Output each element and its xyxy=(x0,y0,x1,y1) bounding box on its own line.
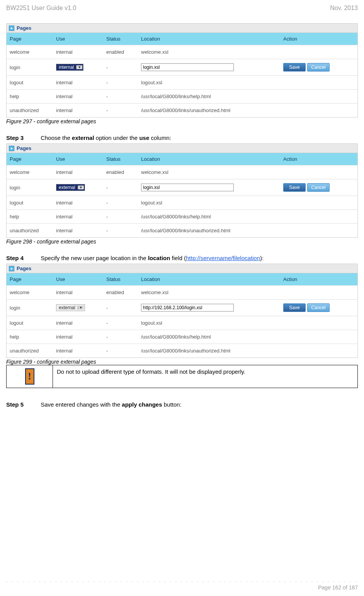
cell-page: welcome xyxy=(7,286,53,299)
figure-caption: Figure 297 - configure external pages xyxy=(6,118,358,124)
cell-page: unauthorized xyxy=(7,104,53,117)
cancel-button[interactable]: Cancel xyxy=(307,303,330,312)
use-select[interactable]: external▼ xyxy=(56,304,85,311)
cell-use: internal xyxy=(53,344,103,358)
figure-caption: Figure 299 - configure external pages xyxy=(6,359,358,365)
cell-status: - xyxy=(103,330,138,344)
step-label: Step 4 xyxy=(6,255,24,261)
location-input[interactable] xyxy=(141,63,234,71)
cell-location: /usr/local/G8000/links/help.html xyxy=(138,210,280,223)
col-header-page: Page xyxy=(7,273,53,285)
cell-page: help xyxy=(7,330,53,344)
cell-location xyxy=(138,179,280,196)
cell-page: login xyxy=(7,300,53,316)
chevron-down-icon[interactable]: ▼ xyxy=(78,186,84,189)
cell-location: /usr/local/G8000/links/unauthorized.html xyxy=(138,344,280,358)
cell-action xyxy=(280,165,357,179)
cell-action xyxy=(280,344,357,358)
col-header-status: Status xyxy=(103,153,138,165)
cell-use: internal xyxy=(53,76,103,89)
col-header-use: Use xyxy=(53,273,103,285)
cell-page: logout xyxy=(7,76,53,89)
col-header-action: Action xyxy=(280,153,357,165)
cell-location: /usr/local/G8000/links/unauthorized.html xyxy=(138,224,280,237)
use-select-value: external xyxy=(59,305,75,310)
pages-panel-fig299: ▸ Pages Page Use Status Location Action … xyxy=(6,264,358,358)
cell-status: enabled xyxy=(103,165,138,179)
step-text: Save entered changes with the apply chan… xyxy=(41,401,181,408)
panel-title: Pages xyxy=(17,266,31,271)
cell-location: /usr/local/G8000/links/help.html xyxy=(138,330,280,344)
cell-action xyxy=(280,104,357,117)
column-header-row: Page Use Status Location Action xyxy=(7,33,357,45)
table-row: unauthorizedinternal-/usr/local/G8000/li… xyxy=(7,223,357,237)
pages-panel-fig297: ▸ Pages Page Use Status Location Action … xyxy=(6,23,358,117)
cell-location: welcome.xsl xyxy=(138,165,280,179)
cancel-button[interactable]: Cancel xyxy=(307,63,330,72)
cell-page: help xyxy=(7,210,53,223)
cell-page: logout xyxy=(7,316,53,330)
cell-action: SaveCancel xyxy=(280,179,357,196)
cell-action: SaveCancel xyxy=(280,59,357,75)
cell-status: - xyxy=(103,196,138,209)
arrow-right-icon: ▸ xyxy=(9,146,14,151)
cell-page: unauthorized xyxy=(7,224,53,237)
cell-status: enabled xyxy=(103,45,138,59)
cell-status: - xyxy=(103,76,138,89)
doc-title: BW2251 User Guide v1.0 xyxy=(6,5,76,12)
col-header-action: Action xyxy=(280,33,357,45)
cell-location xyxy=(138,59,280,75)
col-header-action: Action xyxy=(280,273,357,285)
cell-status: - xyxy=(103,316,138,330)
save-button[interactable]: Save xyxy=(283,303,306,312)
use-select[interactable]: internal▼ xyxy=(56,64,83,71)
save-button[interactable]: Save xyxy=(283,183,306,192)
chevron-down-icon[interactable]: ▼ xyxy=(76,65,82,69)
col-header-location: Location xyxy=(138,273,280,285)
doc-header: BW2251 User Guide v1.0 Nov. 2013 xyxy=(6,5,358,12)
table-row: helpinternal-/usr/local/G8000/links/help… xyxy=(7,209,357,223)
cell-use: internal xyxy=(53,316,103,330)
cell-action xyxy=(280,45,357,59)
table-row: loginexternal▼-SaveCancel xyxy=(7,299,357,316)
column-header-row: Page Use Status Location Action xyxy=(7,153,357,165)
cell-status: - xyxy=(103,104,138,117)
table-row: logoutinternal-logout.xsl xyxy=(7,316,357,330)
cell-page: login xyxy=(7,179,53,196)
step-label: Step 3 xyxy=(6,135,24,141)
table-row: unauthorizedinternal-/usr/local/G8000/li… xyxy=(7,103,357,117)
location-input[interactable] xyxy=(141,304,234,312)
location-input[interactable] xyxy=(141,184,234,191)
col-header-status: Status xyxy=(103,33,138,45)
example-url-link[interactable]: http://servername/filelocation xyxy=(186,255,260,261)
col-header-location: Location xyxy=(138,153,280,165)
col-header-use: Use xyxy=(53,33,103,45)
panel-header: ▸ Pages xyxy=(7,264,357,273)
cell-action xyxy=(280,90,357,103)
panel-header: ▸ Pages xyxy=(7,24,357,33)
col-header-status: Status xyxy=(103,273,138,285)
cancel-button[interactable]: Cancel xyxy=(307,183,330,192)
cell-use: internal xyxy=(53,45,103,59)
cell-action: SaveCancel xyxy=(280,300,357,316)
step-text: Choose the external option under the use… xyxy=(41,135,171,141)
cell-location: /usr/local/G8000/links/unauthorized.html xyxy=(138,104,280,117)
use-select[interactable]: external▼ xyxy=(56,184,85,191)
warning-icon-cell: ! xyxy=(7,365,53,388)
table-row: helpinternal-/usr/local/G8000/links/help… xyxy=(7,89,357,103)
use-select-value: external xyxy=(59,185,75,190)
cell-status: - xyxy=(103,179,138,196)
figure-caption: Figure 298 - configure external pages xyxy=(6,238,358,245)
cell-location: /usr/local/G8000/links/help.html xyxy=(138,90,280,103)
footer-separator: - - - - - - - - - - - - - - - - - - - - … xyxy=(6,579,358,584)
doc-date: Nov. 2013 xyxy=(330,5,358,12)
chevron-down-icon[interactable]: ▼ xyxy=(78,306,84,310)
column-header-row: Page Use Status Location Action xyxy=(7,273,357,285)
cell-action xyxy=(280,224,357,237)
step3-line: Step 3 Choose the external option under … xyxy=(6,135,358,141)
cell-use: external▼ xyxy=(53,179,103,196)
save-button[interactable]: Save xyxy=(283,63,306,72)
cell-status: enabled xyxy=(103,286,138,299)
cell-use: internal xyxy=(53,90,103,103)
cell-use: internal xyxy=(53,165,103,179)
